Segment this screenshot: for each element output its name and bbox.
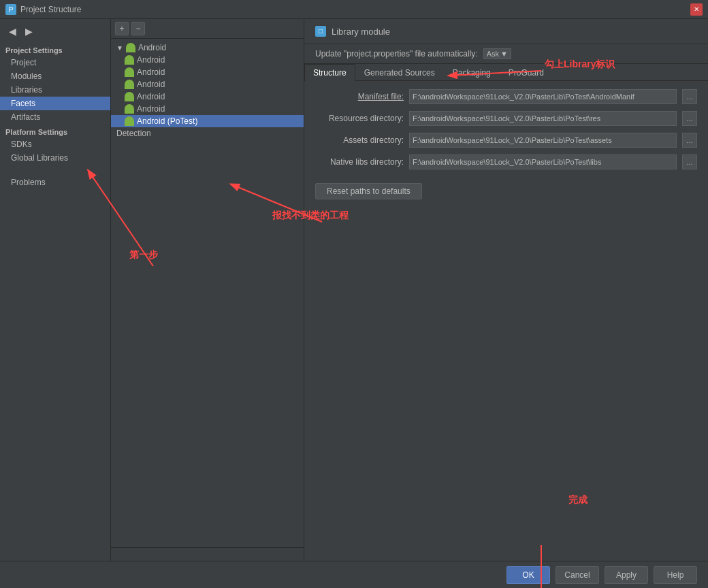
- tree-item-android-potest[interactable]: Android (PoTest): [111, 115, 304, 127]
- manifest-row: Manifest file: …: [315, 89, 697, 104]
- tab-packaging[interactable]: Packaging: [444, 64, 500, 81]
- tree-root-label: Android: [138, 43, 166, 52]
- project-settings-section: Project Settings: [0, 42, 110, 56]
- dropdown-chevron-icon: ▼: [500, 50, 508, 58]
- update-row: Update "project.properties" file automat…: [304, 44, 708, 64]
- ask-label: Ask: [487, 50, 499, 58]
- ok-button[interactable]: OK: [506, 566, 550, 584]
- sidebar-item-libraries[interactable]: Libraries: [0, 83, 110, 97]
- tree-item-android2[interactable]: Android: [111, 66, 304, 78]
- apply-button[interactable]: Apply: [605, 566, 648, 584]
- resources-row: Resources directory: …: [315, 111, 697, 126]
- tree-bottom-bar: [111, 547, 304, 561]
- native-libs-row: Native libs directory: …: [315, 154, 697, 169]
- reset-paths-button[interactable]: Reset paths to defaults: [315, 183, 422, 199]
- android-icon-5: [125, 104, 134, 114]
- tree-panel: + − ▼ Android Android Android: [111, 19, 304, 561]
- tree-item-detection[interactable]: Detection: [111, 127, 304, 140]
- tree-remove-button[interactable]: −: [131, 22, 145, 35]
- android-icon-1: [125, 55, 134, 65]
- reset-btn-area: Reset paths to defaults: [304, 178, 708, 205]
- resources-input[interactable]: [409, 111, 677, 126]
- tabs-bar: Structure Generated Sources Packaging Pr…: [304, 64, 708, 81]
- manifest-label: Manifest file:: [315, 92, 404, 101]
- sidebar-item-modules[interactable]: Modules: [0, 69, 110, 83]
- sidebar: ◀ ▶ Project Settings Project Modules Lib…: [0, 19, 111, 561]
- sidebar-item-sdks[interactable]: SDKs: [0, 137, 110, 151]
- tab-generated-sources[interactable]: Generated Sources: [355, 64, 444, 81]
- sidebar-item-project[interactable]: Project: [0, 56, 110, 69]
- svg-text:P: P: [9, 6, 14, 14]
- manifest-browse-button[interactable]: …: [682, 89, 697, 104]
- close-button[interactable]: ✕: [690, 3, 703, 16]
- android-icon-potest: [125, 116, 134, 126]
- title-bar: P Project Structure ✕: [0, 0, 708, 19]
- tab-proguard[interactable]: ProGuard: [500, 64, 553, 81]
- native-libs-input[interactable]: [409, 154, 677, 169]
- tab-structure[interactable]: Structure: [304, 64, 355, 81]
- assets-label: Assets directory:: [315, 135, 404, 145]
- sidebar-nav: ◀ ▶: [0, 22, 110, 41]
- android-icon-3: [125, 80, 134, 89]
- update-label: Update "project.properties" file automat…: [315, 49, 478, 59]
- android-robot-icon: [126, 43, 135, 52]
- native-libs-browse-button[interactable]: …: [682, 154, 697, 169]
- sidebar-item-global-libraries[interactable]: Global Libraries: [0, 151, 110, 165]
- assets-browse-button[interactable]: …: [682, 133, 697, 148]
- sidebar-item-facets[interactable]: Facets: [0, 97, 110, 110]
- android-icon-2: [125, 67, 134, 77]
- native-libs-label: Native libs directory:: [315, 157, 404, 167]
- sidebar-item-problems[interactable]: Problems: [0, 176, 110, 189]
- tree-item-android4[interactable]: Android: [111, 91, 304, 103]
- module-title: Library module: [332, 27, 390, 37]
- resources-label: Resources directory:: [315, 114, 404, 123]
- cancel-button[interactable]: Cancel: [556, 566, 599, 584]
- window-title: Project Structure: [20, 5, 686, 14]
- nav-back-button[interactable]: ◀: [5, 24, 19, 38]
- assets-input[interactable]: [409, 133, 677, 148]
- assets-row: Assets directory: …: [315, 133, 697, 148]
- sidebar-item-artifacts[interactable]: Artifacts: [0, 110, 110, 124]
- help-button[interactable]: Help: [654, 566, 697, 584]
- module-header: □ Library module: [304, 19, 708, 44]
- form-area: Manifest file: … Resources directory: … …: [304, 81, 708, 178]
- tree-content: ▼ Android Android Android Android: [111, 39, 304, 547]
- tree-root-android[interactable]: ▼ Android: [111, 42, 304, 54]
- resources-browse-button[interactable]: …: [682, 111, 697, 126]
- tree-item-android3[interactable]: Android: [111, 78, 304, 91]
- middle-panels: + − ▼ Android Android Android: [111, 19, 708, 561]
- app-icon: P: [5, 4, 16, 15]
- tree-add-button[interactable]: +: [115, 22, 129, 35]
- tree-item-android5[interactable]: Android: [111, 103, 304, 115]
- platform-settings-section: Platform Settings: [0, 124, 110, 137]
- bottom-bar: OK Cancel Apply Help: [0, 561, 708, 588]
- chevron-down-icon: ▼: [116, 44, 123, 52]
- tree-item-android1[interactable]: Android: [111, 54, 304, 66]
- tree-toolbar: + −: [111, 19, 304, 39]
- nav-forward-button[interactable]: ▶: [22, 24, 35, 38]
- android-icon-4: [125, 92, 134, 101]
- ask-dropdown[interactable]: Ask ▼: [483, 48, 511, 59]
- manifest-input[interactable]: [409, 89, 677, 104]
- content-panel: □ Library module Update "project.propert…: [304, 19, 708, 561]
- main-container: ◀ ▶ Project Settings Project Modules Lib…: [0, 19, 708, 561]
- module-icon: □: [315, 26, 326, 37]
